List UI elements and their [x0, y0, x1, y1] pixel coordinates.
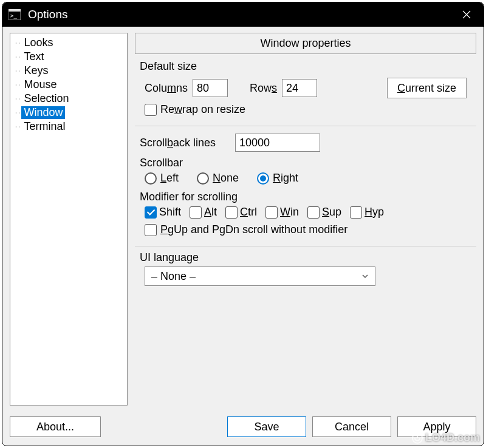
- tree-item-window[interactable]: ·· Window: [12, 106, 126, 120]
- titlebar: >_ Options: [2, 2, 484, 27]
- scrollbar-none-label: None: [213, 172, 239, 185]
- settings-panel: Window properties Default size Columns R…: [135, 33, 476, 413]
- modifier-label: Modifier for scrolling: [140, 191, 471, 203]
- columns-input[interactable]: [193, 79, 228, 97]
- mod-sup-label: Sup: [322, 206, 341, 219]
- tree-connector-icon: ··: [14, 95, 20, 103]
- mod-hyp-label: Hyp: [364, 206, 384, 219]
- close-icon: [462, 10, 471, 19]
- mod-alt-checkbox[interactable]: [190, 206, 202, 219]
- ui-language-group: UI language – None –: [135, 249, 476, 293]
- pgup-pgdn-checkbox[interactable]: [145, 224, 157, 236]
- tree-connector-icon: ··: [14, 109, 20, 117]
- scrollbar-none-radio[interactable]: [197, 172, 209, 185]
- mod-hyp-checkbox[interactable]: [350, 206, 362, 219]
- category-tree[interactable]: ·· Looks ·· Text ·· Keys ·· Mouse ·· Sel…: [10, 33, 128, 406]
- svg-text:>_: >_: [10, 13, 17, 19]
- default-size-label: Default size: [140, 60, 471, 73]
- mod-shift-label: Shift: [159, 206, 181, 219]
- cancel-button[interactable]: Cancel: [312, 416, 391, 437]
- scrollback-group: Scrollback lines Scrollbar Left None: [135, 129, 476, 243]
- svg-rect-1: [9, 9, 21, 12]
- rows-input[interactable]: [282, 79, 317, 97]
- ui-language-value: – None –: [151, 270, 196, 283]
- tree-connector-icon: ··: [14, 53, 20, 61]
- tree-label: Keys: [21, 64, 50, 77]
- tree-label: Selection: [21, 92, 71, 105]
- tree-label: Terminal: [21, 120, 67, 133]
- tree-item-mouse[interactable]: ·· Mouse: [12, 78, 126, 92]
- tree-connector-icon: ··: [14, 67, 20, 75]
- tree-label: Text: [21, 50, 46, 63]
- ui-language-label: UI language: [140, 251, 471, 264]
- tree-connector-icon: ··: [14, 81, 20, 89]
- scrollback-lines-input[interactable]: [235, 134, 320, 152]
- ui-language-dropdown[interactable]: – None –: [145, 266, 375, 286]
- tree-label: Window: [21, 106, 65, 119]
- separator: [135, 246, 476, 246]
- tree-item-terminal[interactable]: ·· Terminal: [12, 120, 126, 134]
- scrollbar-right-label: Right: [273, 172, 298, 185]
- chevron-down-icon: [361, 273, 369, 280]
- columns-label: Columns: [145, 82, 188, 95]
- app-icon: >_: [7, 7, 22, 22]
- apply-button[interactable]: Apply: [397, 416, 476, 437]
- scrollbar-left-label: Left: [160, 172, 179, 185]
- options-window: >_ Options ·· Looks ·· Text ·· Keys: [2, 2, 484, 446]
- scrollbar-left-radio[interactable]: [145, 172, 157, 185]
- tree-label: Looks: [21, 36, 55, 49]
- tree-connector-icon: ··: [14, 123, 20, 131]
- scrollbar-label: Scrollbar: [140, 157, 471, 169]
- pgup-pgdn-label: PgUp and PgDn scroll without modifier: [160, 223, 347, 236]
- mod-ctrl-checkbox[interactable]: [225, 206, 238, 219]
- rewrap-label: Rewrap on resize: [160, 103, 245, 116]
- close-button[interactable]: [452, 2, 481, 27]
- separator: [135, 126, 476, 126]
- mod-alt-label: Alt: [204, 206, 217, 219]
- panel-title: Window properties: [135, 33, 476, 54]
- footer: About... Save Cancel Apply: [2, 413, 484, 446]
- default-size-group: Default size Columns Rows Current size R…: [135, 58, 476, 123]
- tree-item-keys[interactable]: ·· Keys: [12, 64, 126, 78]
- about-button[interactable]: About...: [10, 416, 101, 437]
- tree-item-text[interactable]: ·· Text: [12, 50, 126, 64]
- tree-label: Mouse: [21, 78, 59, 91]
- scrollbar-right-radio[interactable]: [257, 172, 269, 185]
- save-button[interactable]: Save: [227, 416, 306, 437]
- rewrap-checkbox[interactable]: [145, 104, 157, 116]
- scrollback-lines-label: Scrollback lines: [140, 137, 216, 149]
- rows-label: Rows: [250, 82, 277, 95]
- mod-win-checkbox[interactable]: [265, 206, 278, 219]
- mod-win-label: Win: [280, 206, 299, 219]
- tree-connector-icon: ··: [14, 39, 20, 47]
- tree-item-selection[interactable]: ·· Selection: [12, 92, 126, 106]
- mod-sup-checkbox[interactable]: [307, 206, 320, 219]
- mod-ctrl-label: Ctrl: [240, 206, 257, 219]
- mod-shift-checkbox[interactable]: [145, 206, 157, 219]
- current-size-button[interactable]: Current size: [387, 78, 467, 98]
- content-area: ·· Looks ·· Text ·· Keys ·· Mouse ·· Sel…: [2, 27, 484, 413]
- tree-item-looks[interactable]: ·· Looks: [12, 36, 126, 50]
- window-title: Options: [28, 8, 452, 21]
